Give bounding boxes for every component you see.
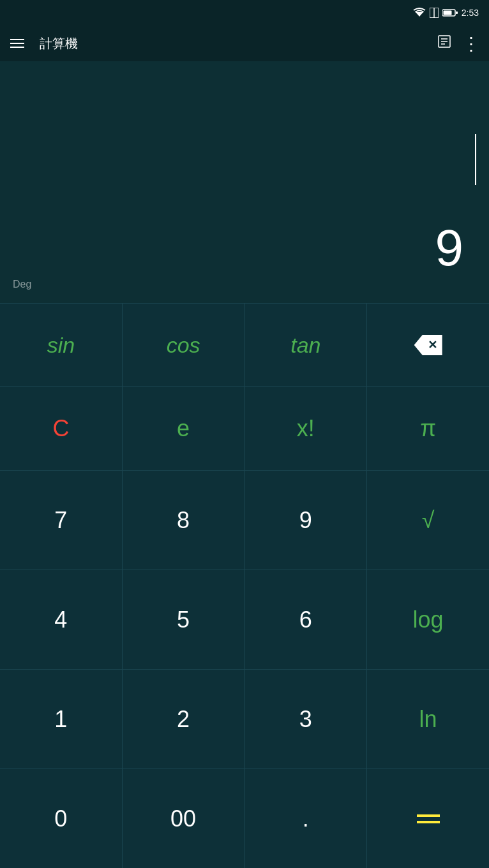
trig-row: sin cos tan ✕	[0, 303, 489, 386]
num-row-123: 1 2 3 ln	[0, 669, 489, 769]
euler-button[interactable]: e	[123, 387, 245, 470]
key-8[interactable]: 8	[123, 471, 245, 570]
key-4[interactable]: 4	[0, 570, 123, 669]
key-3[interactable]: 3	[245, 670, 368, 769]
ln-button[interactable]: ln	[367, 670, 489, 769]
key-dot[interactable]: .	[245, 769, 368, 868]
num-row-456: 4 5 6 log	[0, 570, 489, 669]
key-1[interactable]: 1	[0, 670, 123, 769]
equals-icon	[417, 814, 440, 823]
display-value: 9	[13, 217, 476, 279]
svg-rect-5	[456, 11, 458, 14]
svg-rect-4	[443, 11, 451, 15]
toolbar: 計算機 ⋮	[0, 26, 489, 61]
cursor	[475, 134, 476, 185]
key-6[interactable]: 6	[245, 570, 368, 669]
backspace-icon: ✕	[414, 335, 442, 355]
wifi-icon	[413, 8, 426, 18]
log-button[interactable]: log	[367, 570, 489, 669]
pi-button[interactable]: π	[367, 387, 489, 470]
key-0[interactable]: 0	[0, 769, 123, 868]
keypad: sin cos tan ✕ C e x! π 7 8 9 √ 4 5 6 log…	[0, 303, 489, 868]
key-00[interactable]: 00	[123, 769, 245, 868]
sin-button[interactable]: sin	[0, 304, 123, 386]
key-7[interactable]: 7	[0, 471, 123, 570]
sqrt-button[interactable]: √	[367, 471, 489, 570]
num-row-0: 0 00 .	[0, 769, 489, 868]
display-area: 9 Deg	[0, 61, 489, 303]
key-9[interactable]: 9	[245, 471, 368, 570]
history-icon[interactable]	[437, 34, 452, 53]
num-row-789: 7 8 9 √	[0, 470, 489, 570]
battery-icon	[442, 8, 458, 17]
toolbar-actions: ⋮	[437, 33, 479, 54]
key-2[interactable]: 2	[123, 670, 245, 769]
signal-icon	[430, 8, 439, 18]
factorial-button[interactable]: x!	[245, 387, 368, 470]
status-icons: 2:53	[413, 8, 479, 18]
backspace-button[interactable]: ✕	[367, 304, 489, 386]
clock: 2:53	[462, 8, 479, 18]
svg-marker-0	[416, 12, 423, 17]
func-row: C e x! π	[0, 386, 489, 470]
status-bar: 2:53	[0, 0, 489, 26]
deg-label: Deg	[13, 279, 476, 293]
tan-button[interactable]: tan	[245, 304, 368, 386]
cos-button[interactable]: cos	[123, 304, 245, 386]
more-options-icon[interactable]: ⋮	[462, 33, 479, 54]
menu-icon[interactable]	[10, 39, 24, 48]
equals-button[interactable]	[367, 769, 489, 868]
app-title: 計算機	[40, 35, 437, 52]
key-5[interactable]: 5	[123, 570, 245, 669]
clear-button[interactable]: C	[0, 387, 123, 470]
